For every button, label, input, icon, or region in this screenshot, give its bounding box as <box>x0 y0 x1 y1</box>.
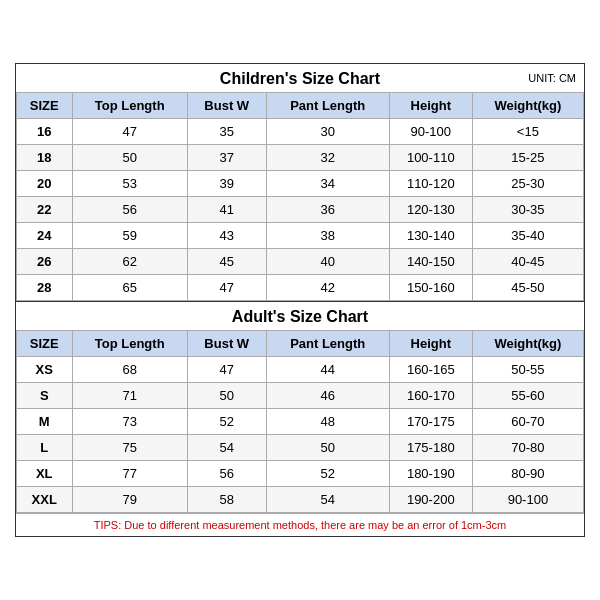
table-cell: 190-200 <box>389 487 472 513</box>
table-cell: 79 <box>72 487 187 513</box>
table-cell: 50 <box>187 383 266 409</box>
table-cell: 40-45 <box>472 249 583 275</box>
table-cell: 59 <box>72 223 187 249</box>
table-cell: 30 <box>266 119 389 145</box>
table-cell: 62 <box>72 249 187 275</box>
col-top-length: Top Length <box>72 331 187 357</box>
table-cell: 160-170 <box>389 383 472 409</box>
col-size: SIZE <box>17 331 73 357</box>
adult-table: SIZE Top Length Bust W Pant Length Heigh… <box>16 330 584 513</box>
unit-label: UNIT: CM <box>528 72 576 84</box>
adult-section-title: Adult's Size Chart <box>16 301 584 330</box>
table-cell: 35-40 <box>472 223 583 249</box>
table-cell: 54 <box>266 487 389 513</box>
table-cell: 35 <box>187 119 266 145</box>
table-cell: 180-190 <box>389 461 472 487</box>
table-row: XXL795854190-20090-100 <box>17 487 584 513</box>
adult-title-text: Adult's Size Chart <box>232 308 368 325</box>
table-cell: 52 <box>266 461 389 487</box>
table-cell: 18 <box>17 145 73 171</box>
table-cell: 24 <box>17 223 73 249</box>
table-cell: <15 <box>472 119 583 145</box>
table-cell: 80-90 <box>472 461 583 487</box>
table-cell: 65 <box>72 275 187 301</box>
table-cell: 25-30 <box>472 171 583 197</box>
table-cell: 32 <box>266 145 389 171</box>
table-cell: 58 <box>187 487 266 513</box>
size-chart: Children's Size Chart UNIT: CM SIZE Top … <box>15 63 585 537</box>
table-cell: 90-100 <box>472 487 583 513</box>
table-cell: 60-70 <box>472 409 583 435</box>
table-cell: 77 <box>72 461 187 487</box>
children-table: SIZE Top Length Bust W Pant Length Heigh… <box>16 92 584 301</box>
adult-header-row: SIZE Top Length Bust W Pant Length Heigh… <box>17 331 584 357</box>
table-row: 26624540140-15040-45 <box>17 249 584 275</box>
table-cell: 41 <box>187 197 266 223</box>
children-table-header: SIZE Top Length Bust W Pant Length Heigh… <box>17 93 584 119</box>
table-cell: XS <box>17 357 73 383</box>
table-cell: 50-55 <box>472 357 583 383</box>
table-cell: 110-120 <box>389 171 472 197</box>
col-height: Height <box>389 331 472 357</box>
children-table-body: 1647353090-100<1518503732100-11015-25205… <box>17 119 584 301</box>
table-cell: 40 <box>266 249 389 275</box>
table-cell: XXL <box>17 487 73 513</box>
col-size: SIZE <box>17 93 73 119</box>
table-cell: 75 <box>72 435 187 461</box>
table-row: M735248170-17560-70 <box>17 409 584 435</box>
table-cell: 56 <box>187 461 266 487</box>
table-cell: 44 <box>266 357 389 383</box>
table-row: 28654742150-16045-50 <box>17 275 584 301</box>
table-cell: 38 <box>266 223 389 249</box>
table-cell: 175-180 <box>389 435 472 461</box>
table-cell: 140-150 <box>389 249 472 275</box>
table-cell: 50 <box>72 145 187 171</box>
children-section-title: Children's Size Chart UNIT: CM <box>16 64 584 92</box>
table-cell: 46 <box>266 383 389 409</box>
table-cell: 90-100 <box>389 119 472 145</box>
table-cell: 68 <box>72 357 187 383</box>
table-cell: 170-175 <box>389 409 472 435</box>
adult-table-body: XS684744160-16550-55S715046160-17055-60M… <box>17 357 584 513</box>
table-cell: L <box>17 435 73 461</box>
table-cell: 37 <box>187 145 266 171</box>
col-height: Height <box>389 93 472 119</box>
table-cell: S <box>17 383 73 409</box>
table-row: L755450175-18070-80 <box>17 435 584 461</box>
table-cell: 150-160 <box>389 275 472 301</box>
table-cell: 73 <box>72 409 187 435</box>
table-cell: XL <box>17 461 73 487</box>
col-bust-w: Bust W <box>187 331 266 357</box>
table-cell: 55-60 <box>472 383 583 409</box>
table-cell: 160-165 <box>389 357 472 383</box>
table-row: S715046160-17055-60 <box>17 383 584 409</box>
table-cell: 48 <box>266 409 389 435</box>
table-cell: 22 <box>17 197 73 223</box>
table-cell: 71 <box>72 383 187 409</box>
table-row: XS684744160-16550-55 <box>17 357 584 383</box>
adult-table-header: SIZE Top Length Bust W Pant Length Heigh… <box>17 331 584 357</box>
table-cell: 42 <box>266 275 389 301</box>
children-header-row: SIZE Top Length Bust W Pant Length Heigh… <box>17 93 584 119</box>
table-cell: 70-80 <box>472 435 583 461</box>
col-pant-length: Pant Length <box>266 331 389 357</box>
table-row: 24594338130-14035-40 <box>17 223 584 249</box>
table-cell: 34 <box>266 171 389 197</box>
table-row: 1647353090-100<15 <box>17 119 584 145</box>
col-weight: Weight(kg) <box>472 331 583 357</box>
table-cell: 45 <box>187 249 266 275</box>
table-cell: 100-110 <box>389 145 472 171</box>
table-cell: 130-140 <box>389 223 472 249</box>
table-cell: 56 <box>72 197 187 223</box>
table-row: 20533934110-12025-30 <box>17 171 584 197</box>
table-cell: 43 <box>187 223 266 249</box>
table-cell: 53 <box>72 171 187 197</box>
table-row: XL775652180-19080-90 <box>17 461 584 487</box>
col-bust-w: Bust W <box>187 93 266 119</box>
table-cell: 54 <box>187 435 266 461</box>
table-cell: 47 <box>187 357 266 383</box>
table-cell: 30-35 <box>472 197 583 223</box>
table-cell: 45-50 <box>472 275 583 301</box>
table-cell: 36 <box>266 197 389 223</box>
table-cell: 16 <box>17 119 73 145</box>
